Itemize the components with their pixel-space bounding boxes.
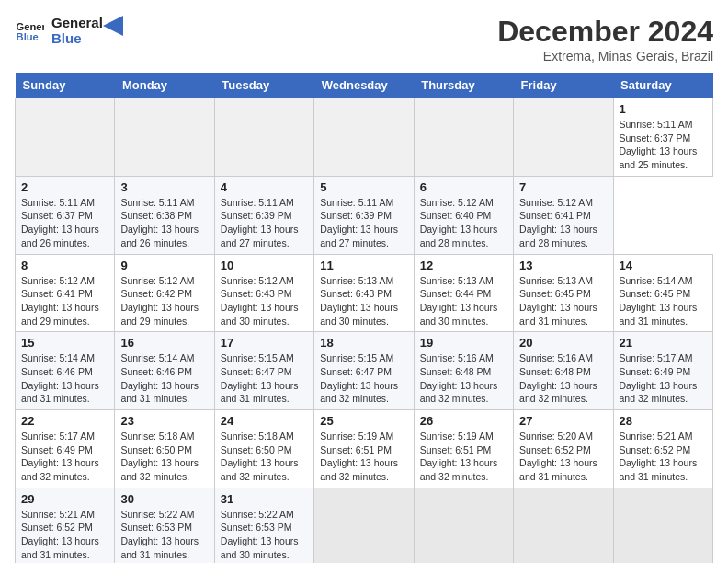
day-number: 28 bbox=[620, 414, 707, 428]
day-cell: 31Sunrise: 5:22 AMSunset: 6:53 PMDayligh… bbox=[214, 488, 313, 563]
day-info: Sunrise: 5:11 AMSunset: 6:37 PMDaylight:… bbox=[21, 196, 108, 250]
day-info: Sunrise: 5:14 AMSunset: 6:45 PMDaylight:… bbox=[620, 274, 707, 328]
day-info: Sunrise: 5:12 AMSunset: 6:40 PMDaylight:… bbox=[420, 196, 507, 250]
day-info: Sunrise: 5:21 AMSunset: 6:52 PMDaylight:… bbox=[21, 508, 108, 562]
day-number: 19 bbox=[420, 336, 507, 350]
day-info: Sunrise: 5:11 AMSunset: 6:39 PMDaylight:… bbox=[221, 196, 308, 250]
logo-arrow-icon bbox=[103, 16, 123, 36]
day-cell: 18Sunrise: 5:15 AMSunset: 6:47 PMDayligh… bbox=[314, 332, 414, 410]
day-number: 22 bbox=[21, 414, 108, 428]
week-row-6: 29Sunrise: 5:21 AMSunset: 6:52 PMDayligh… bbox=[16, 488, 713, 563]
empty-cell bbox=[16, 98, 115, 177]
day-info: Sunrise: 5:13 AMSunset: 6:44 PMDaylight:… bbox=[420, 274, 507, 328]
day-cell: 5Sunrise: 5:11 AMSunset: 6:39 PMDaylight… bbox=[314, 176, 414, 254]
calendar-table: Sunday Monday Tuesday Wednesday Thursday… bbox=[15, 73, 713, 563]
day-cell: 10Sunrise: 5:12 AMSunset: 6:43 PMDayligh… bbox=[214, 254, 313, 332]
day-cell: 20Sunrise: 5:16 AMSunset: 6:48 PMDayligh… bbox=[514, 332, 613, 410]
day-number: 30 bbox=[120, 492, 208, 506]
day-number: 9 bbox=[120, 259, 208, 272]
day-cell: 24Sunrise: 5:18 AMSunset: 6:50 PMDayligh… bbox=[214, 410, 313, 488]
day-number: 16 bbox=[120, 336, 208, 350]
day-number: 21 bbox=[620, 336, 707, 350]
day-cell bbox=[613, 488, 712, 563]
day-cell: 19Sunrise: 5:16 AMSunset: 6:48 PMDayligh… bbox=[414, 332, 513, 410]
day-number: 8 bbox=[21, 259, 108, 272]
day-number: 20 bbox=[519, 336, 607, 350]
day-number: 17 bbox=[221, 336, 308, 350]
day-cell: 16Sunrise: 5:14 AMSunset: 6:46 PMDayligh… bbox=[115, 332, 214, 410]
day-number: 5 bbox=[320, 180, 407, 194]
day-info: Sunrise: 5:12 AMSunset: 6:43 PMDaylight:… bbox=[221, 274, 308, 328]
logo-general: General bbox=[51, 15, 103, 30]
day-info: Sunrise: 5:12 AMSunset: 6:41 PMDaylight:… bbox=[519, 196, 607, 250]
day-info: Sunrise: 5:17 AMSunset: 6:49 PMDaylight:… bbox=[21, 430, 108, 484]
day-info: Sunrise: 5:20 AMSunset: 6:52 PMDaylight:… bbox=[519, 430, 607, 484]
day-cell: 23Sunrise: 5:18 AMSunset: 6:50 PMDayligh… bbox=[115, 410, 214, 488]
day-number: 7 bbox=[519, 180, 607, 194]
day-number: 18 bbox=[320, 336, 407, 350]
day-number: 29 bbox=[21, 492, 108, 506]
day-cell: 27Sunrise: 5:20 AMSunset: 6:52 PMDayligh… bbox=[514, 410, 613, 488]
day-cell: 17Sunrise: 5:15 AMSunset: 6:47 PMDayligh… bbox=[214, 332, 313, 410]
day-cell: 9Sunrise: 5:12 AMSunset: 6:42 PMDaylight… bbox=[115, 254, 214, 332]
title-section: December 2024 Extrema, Minas Gerais, Bra… bbox=[497, 15, 713, 63]
day-info: Sunrise: 5:12 AMSunset: 6:42 PMDaylight:… bbox=[120, 274, 208, 328]
header-sunday: Sunday bbox=[16, 73, 115, 98]
calendar-header-row: Sunday Monday Tuesday Wednesday Thursday… bbox=[16, 73, 713, 98]
day-cell: 3Sunrise: 5:11 AMSunset: 6:38 PMDaylight… bbox=[115, 176, 214, 254]
day-info: Sunrise: 5:13 AMSunset: 6:45 PMDaylight:… bbox=[519, 274, 607, 328]
day-info: Sunrise: 5:17 AMSunset: 6:49 PMDaylight:… bbox=[620, 351, 707, 406]
logo-icon: General Blue bbox=[15, 16, 44, 45]
day-number: 3 bbox=[120, 180, 208, 194]
empty-cell bbox=[214, 98, 313, 177]
day-info: Sunrise: 5:22 AMSunset: 6:53 PMDaylight:… bbox=[221, 508, 308, 562]
header-saturday: Saturday bbox=[613, 73, 712, 98]
logo: General Blue General Blue bbox=[15, 15, 123, 46]
day-cell: 12Sunrise: 5:13 AMSunset: 6:44 PMDayligh… bbox=[414, 254, 513, 332]
empty-cell bbox=[314, 98, 414, 177]
day-cell: 15Sunrise: 5:14 AMSunset: 6:46 PMDayligh… bbox=[16, 332, 115, 410]
day-cell: 30Sunrise: 5:22 AMSunset: 6:53 PMDayligh… bbox=[115, 488, 214, 563]
day-info: Sunrise: 5:11 AMSunset: 6:37 PMDaylight:… bbox=[620, 118, 707, 172]
svg-text:Blue: Blue bbox=[17, 31, 39, 42]
day-info: Sunrise: 5:16 AMSunset: 6:48 PMDaylight:… bbox=[420, 351, 507, 406]
day-info: Sunrise: 5:14 AMSunset: 6:46 PMDaylight:… bbox=[120, 351, 208, 406]
month-title: December 2024 bbox=[497, 15, 713, 49]
day-cell: 29Sunrise: 5:21 AMSunset: 6:52 PMDayligh… bbox=[16, 488, 115, 563]
day-cell: 22Sunrise: 5:17 AMSunset: 6:49 PMDayligh… bbox=[16, 410, 115, 488]
week-row-5: 22Sunrise: 5:17 AMSunset: 6:49 PMDayligh… bbox=[16, 410, 713, 488]
day-cell bbox=[414, 488, 513, 563]
week-row-1: 1Sunrise: 5:11 AMSunset: 6:37 PMDaylight… bbox=[16, 98, 713, 177]
day-info: Sunrise: 5:21 AMSunset: 6:52 PMDaylight:… bbox=[620, 430, 707, 484]
day-number: 14 bbox=[620, 259, 707, 272]
header-thursday: Thursday bbox=[414, 73, 513, 98]
header-tuesday: Tuesday bbox=[214, 73, 313, 98]
header-friday: Friday bbox=[514, 73, 613, 98]
day-cell: 6Sunrise: 5:12 AMSunset: 6:40 PMDaylight… bbox=[414, 176, 513, 254]
location-text: Extrema, Minas Gerais, Brazil bbox=[497, 49, 713, 63]
svg-marker-3 bbox=[103, 16, 123, 36]
day-cell: 21Sunrise: 5:17 AMSunset: 6:49 PMDayligh… bbox=[613, 332, 712, 410]
day-info: Sunrise: 5:22 AMSunset: 6:53 PMDaylight:… bbox=[120, 508, 208, 562]
day-cell: 14Sunrise: 5:14 AMSunset: 6:45 PMDayligh… bbox=[613, 254, 712, 332]
day-number: 10 bbox=[221, 259, 308, 272]
day-number: 4 bbox=[221, 180, 308, 194]
day-cell bbox=[514, 488, 613, 563]
svg-text:General: General bbox=[17, 21, 44, 32]
empty-cell bbox=[514, 98, 613, 177]
day-cell: 11Sunrise: 5:13 AMSunset: 6:43 PMDayligh… bbox=[314, 254, 414, 332]
day-number: 11 bbox=[320, 259, 407, 272]
day-number: 1 bbox=[620, 102, 707, 116]
day-info: Sunrise: 5:14 AMSunset: 6:46 PMDaylight:… bbox=[21, 351, 108, 406]
day-cell: 28Sunrise: 5:21 AMSunset: 6:52 PMDayligh… bbox=[613, 410, 712, 488]
day-info: Sunrise: 5:11 AMSunset: 6:39 PMDaylight:… bbox=[320, 196, 407, 250]
day-cell: 2Sunrise: 5:11 AMSunset: 6:37 PMDaylight… bbox=[16, 176, 115, 254]
day-number: 23 bbox=[120, 414, 208, 428]
week-row-4: 15Sunrise: 5:14 AMSunset: 6:46 PMDayligh… bbox=[16, 332, 713, 410]
day-info: Sunrise: 5:19 AMSunset: 6:51 PMDaylight:… bbox=[320, 430, 407, 484]
day-info: Sunrise: 5:12 AMSunset: 6:41 PMDaylight:… bbox=[21, 274, 108, 328]
day-number: 13 bbox=[519, 259, 607, 272]
day-cell: 26Sunrise: 5:19 AMSunset: 6:51 PMDayligh… bbox=[414, 410, 513, 488]
week-row-2: 2Sunrise: 5:11 AMSunset: 6:37 PMDaylight… bbox=[16, 176, 713, 254]
day-number: 6 bbox=[420, 180, 507, 194]
